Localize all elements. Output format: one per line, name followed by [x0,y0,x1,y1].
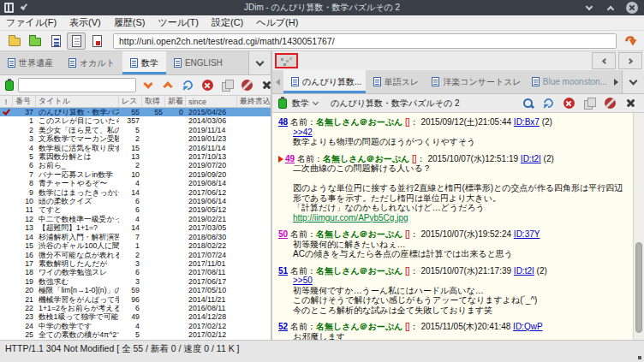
post-number-link[interactable]: 52 [278,322,288,331]
post-number-link[interactable]: 49 [285,154,295,163]
tab-scroll-right-button[interactable] [611,70,622,93]
thread-tab-3[interactable]: Blue moonston... [524,70,611,93]
image-view-button[interactable] [87,33,106,50]
thread-list-row[interactable]: 21機械学習をがんばって学ぶ962014/11/21 [0,295,271,304]
thread-list-row[interactable]: 9数学にはまったきっかけを教142017/06/12 [0,188,271,197]
thread-list-row[interactable]: 5素因数分解とは132017/10/13 [0,152,271,161]
board-tab-english[interactable]: ENGLISH [166,51,230,74]
highlighted-toggle-button[interactable] [275,53,298,68]
poster-name[interactable]: 名無しさん＠おーぷん [316,322,402,331]
board-list-button[interactable] [5,33,24,50]
thread-view-button[interactable] [67,33,86,50]
url-link[interactable]: http://iimgur.com/APyb5Cg.jpg [293,213,408,223]
thread-tab-2[interactable]: 洋楽コンサートスレ [424,70,524,93]
board-tab-math[interactable]: 数学 [122,51,166,74]
post-number-link[interactable]: 50 [278,229,288,239]
thread-list-row[interactable]: 20極限「lim[n→1-0](n)」の結592017/05/10 [0,286,271,294]
thread-list-row[interactable]: 11てすと62019/05/12 [0,205,271,214]
column-header[interactable]: 番号 [13,96,36,107]
column-header[interactable]: ! [0,96,13,107]
thread-list-row[interactable]: 13【超難問】1+1=?142017/03/05 [0,223,271,232]
menu-tool[interactable]: ツール(T) [158,16,199,29]
scrollbar[interactable] [633,113,644,340]
thread-list-row[interactable]: 17素数解明したんだが32017/11/01 [0,259,271,268]
thread-list-row[interactable]: 221+1=2をお前らが考える最も62016/08/11 [0,304,271,312]
minimize-button[interactable] [583,2,595,14]
res-anchor-link[interactable]: >>42 [293,128,313,137]
column-header[interactable]: since [186,96,237,107]
poster-name[interactable]: 名無しさん＠おーぷん [316,229,402,239]
poster-name[interactable]: 名無しさん＠おーぷん [323,154,409,163]
thread-list-row[interactable]: 1このスレが目についたら何3572014/03/06 [0,116,271,125]
delete-thread-button[interactable] [561,96,576,111]
res-anchor-link[interactable]: >>50 [293,276,313,285]
reload-thread-button[interactable] [540,96,556,111]
thread-list-row[interactable]: 18ワイの数学勉強スレ62017/08/11 [0,268,271,276]
copy-thread-button[interactable] [581,96,597,111]
post-number-link[interactable]: 51 [278,266,288,276]
board-tab-occult[interactable]: オカルト [61,51,122,74]
search-down-button[interactable] [140,78,156,93]
thread-list-row[interactable]: 10頭の柔軟クイズ62019/06/14 [0,197,271,205]
thread-tab-overflow-button[interactable] [622,70,644,93]
menu-file[interactable]: ファイル(F) [6,16,57,29]
menu-config[interactable]: 設定(C) [212,16,243,29]
delete-button[interactable] [200,78,215,93]
thread-list-row[interactable]: 12中二で数検準一級受かった42019/02/21 [0,215,271,223]
poster-name[interactable]: 名無しさん＠おーぷん [316,117,402,127]
menu-help[interactable]: ヘルプ(H) [256,16,298,29]
menu-history[interactable]: 履歴(S) [114,16,146,29]
thread-tab-1[interactable]: 単語スレ [366,70,425,93]
maximize-button[interactable] [605,2,617,14]
scrollbar-thumb[interactable] [635,242,642,333]
thread-list-row[interactable]: 8青チャートやるぞ〜42019/08/14 [0,179,271,187]
thread-list-row[interactable]: 2美少女「ほら見て、私のおま52019/11/14 [0,126,271,134]
pin-icon[interactable] [20,3,28,12]
column-header[interactable]: 新着 [165,96,186,107]
poster-id-link[interactable]: ID:QwP [513,322,542,331]
next-button[interactable] [618,52,642,69]
thread-list-row[interactable]: 25全ての素数の積が4π^2で52017/02/12 [0,330,271,339]
thread-list-row[interactable]: 3文系数学でマーカン受験22019/01/23 [0,134,271,143]
board-tab-world-heritage[interactable]: 世界遺産 [0,51,61,74]
abort-thread-button[interactable] [602,96,617,111]
favorites-button[interactable] [26,33,45,50]
column-header[interactable]: タイトル [36,96,119,107]
menu-view[interactable]: 表示(V) [69,16,101,29]
search-up-button[interactable] [160,78,176,93]
column-header[interactable]: 取得 [142,96,165,107]
thread-list-row[interactable]: 4数学板に活気を取り戻すぞ152016/11/14 [0,144,271,152]
thread-list-row[interactable]: 14杉浦解析入門・解析演習を72018/08/30 [0,233,271,241]
tab-scroll-left-button[interactable] [272,70,283,93]
board-search-input[interactable] [18,78,136,92]
close-button[interactable] [626,2,638,14]
go-button[interactable] [622,33,639,50]
reload-button[interactable] [180,78,195,93]
poster-id-link[interactable]: ID:Bx7 [514,117,540,127]
poster-id-link[interactable]: ID:t2I [521,154,541,163]
close-thread-button[interactable] [623,96,638,111]
thread-list-row[interactable]: 24中学の数学です42017/02/12 [0,322,271,330]
poster-id-link[interactable]: ID:t2I [514,266,534,276]
board-select[interactable]: 数学 [292,98,318,110]
thread-tab-0[interactable]: のんびり算数... [283,70,366,93]
thread-list-row[interactable]: 37のんびり算数・数学パズル555502015/04/26 [0,108,271,116]
board-tab-overflow-button[interactable] [248,51,271,74]
thread-list-row[interactable]: 16微分不可能な点が表れる最22017/07/24 [0,251,271,259]
url-input[interactable] [113,33,617,49]
thread-list-row[interactable]: 7バナー応募スレin数学102019/09/20 [0,170,271,179]
poster-name[interactable]: 名無しさん＠おーぷん [316,266,402,276]
search-button[interactable] [520,96,535,111]
thread-list-button[interactable] [46,33,65,50]
copy-button[interactable] [219,78,235,93]
thread-list-row[interactable]: 23数検1級って独学で可能？492014/12/28 [0,312,271,321]
column-header[interactable]: 最終書込 [237,96,271,107]
thread-list-row[interactable]: 6お前ら_22019/07/20 [0,161,271,169]
thread-list-row[interactable]: 19数強求む32017/06/17 [0,277,271,286]
prev-button[interactable] [592,52,616,69]
abort-button[interactable] [239,78,254,93]
poster-id-link[interactable]: ID:37Y [514,229,540,239]
post-number-link[interactable]: 48 [278,117,288,127]
thread-list-row[interactable]: 15渋谷のギャル100人に聞い12018/02/22 [0,241,271,250]
resize-grip[interactable] [638,356,641,359]
